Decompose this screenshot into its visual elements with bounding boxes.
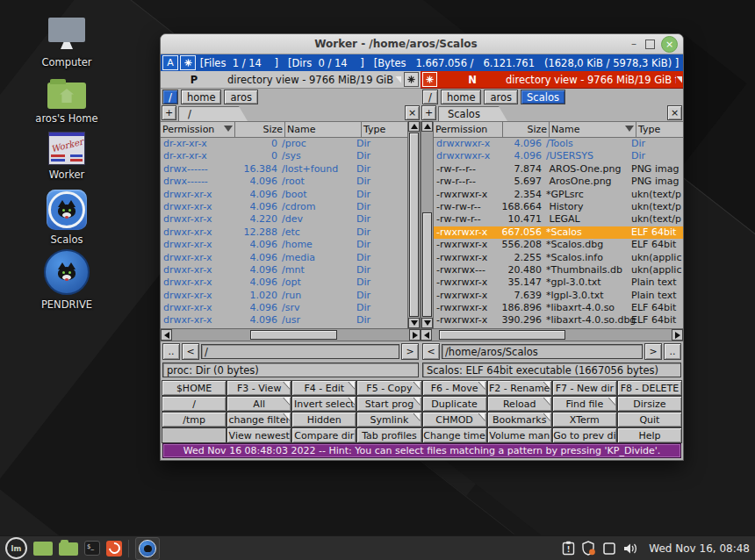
file-row[interactable]: -rw-r--r-- 5.697 ArosOne.png PNG imag — [434, 176, 683, 188]
history-back-button[interactable]: < — [422, 343, 440, 360]
scroll-right-button[interactable] — [672, 329, 683, 341]
add-tab-button[interactable]: + — [162, 105, 176, 120]
function-button[interactable]: Go to prev di — [552, 427, 617, 443]
close-tab-button[interactable]: × — [405, 105, 420, 120]
left-vertical-scrollbar[interactable] — [407, 121, 421, 328]
settings-gear-button[interactable] — [180, 55, 196, 70]
app-launcher-icon[interactable] — [106, 541, 122, 556]
column-type[interactable]: Type — [362, 122, 407, 137]
function-button[interactable]: Hidden — [291, 412, 356, 427]
function-button[interactable]: F5 - Copy — [356, 380, 421, 396]
show-desktop-icon[interactable] — [33, 542, 53, 556]
file-row[interactable]: -rwxrwxr-x 3.556.208 *Scalos.dbg ELF 64b… — [434, 239, 683, 251]
file-row[interactable]: -rwxrwx--- 20.480 *Thumbnails.db ukn(app… — [434, 264, 683, 276]
file-row[interactable]: dr-xr-xr-x 0 /sys Dir — [161, 150, 407, 162]
breadcrumb-button[interactable]: / — [162, 90, 178, 104]
parent-dir-button[interactable]: .. — [162, 343, 180, 360]
pane-a-button[interactable]: A — [162, 55, 178, 70]
column-name[interactable]: Name — [285, 122, 362, 137]
function-button[interactable]: Symlink — [356, 412, 421, 427]
right-pane-header[interactable]: N directory view - 9766 MiB/19 GiB free — [421, 71, 683, 89]
function-button[interactable]: CHMOD — [422, 412, 487, 427]
file-row[interactable]: drwxr-xr-x 4.096 /home Dir — [161, 239, 407, 251]
function-button[interactable]: Volume man — [487, 427, 552, 443]
function-button[interactable] — [162, 427, 226, 443]
desktop-icon-computer[interactable]: Computer — [28, 18, 105, 68]
function-button[interactable]: XTerm — [552, 412, 617, 427]
file-row[interactable]: drwxr-xr-x 4.096 /mnt Dir — [161, 264, 407, 276]
shield-icon[interactable] — [581, 541, 596, 556]
history-back-button[interactable]: < — [182, 343, 199, 360]
breadcrumb-button[interactable]: aros — [224, 90, 258, 104]
close-button[interactable]: × — [661, 36, 678, 53]
function-button[interactable]: Compare dir — [291, 427, 356, 443]
scrollbar-thumb[interactable] — [409, 133, 419, 317]
right-path-input[interactable] — [442, 344, 643, 359]
desktop-icon-pendrive[interactable]: PENDRIVE — [28, 249, 105, 311]
close-tab-button[interactable]: × — [667, 105, 682, 120]
column-size[interactable]: Size — [503, 122, 550, 137]
breadcrumb-button[interactable]: Scalos — [521, 90, 565, 104]
function-button[interactable]: F4 - Edit — [291, 380, 356, 396]
file-row[interactable]: -rw-r--r-- 7.874 AROS-One.png PNG imag — [434, 163, 683, 176]
breadcrumb-button[interactable]: home — [441, 90, 482, 104]
function-button[interactable]: Quit — [617, 412, 682, 427]
scroll-left-button[interactable] — [161, 329, 172, 341]
function-button[interactable]: Start prog — [356, 396, 421, 412]
file-row[interactable]: drwxrwxr-x 4.096 /Tools Dir — [434, 138, 683, 150]
left-horizontal-scrollbar[interactable] — [161, 328, 421, 341]
desktop-icon-scalos[interactable]: Scalos — [28, 190, 105, 246]
function-button[interactable]: Reload — [487, 396, 552, 412]
file-row[interactable]: drwx------ 16.384 /lost+found Dir — [161, 163, 407, 176]
scroll-up-button[interactable] — [408, 121, 420, 132]
file-row[interactable]: drwxr-xr-x 4.096 /cdrom Dir — [161, 201, 407, 213]
file-row[interactable]: -rwxrwxr-x 2.354 *GPLsrc ukn(text/p — [434, 189, 683, 201]
file-row[interactable]: -rw-rw-r-- 10.471 LEGAL ukn(text/p — [434, 213, 683, 226]
breadcrumb-button[interactable]: aros — [484, 90, 518, 104]
scroll-up-button[interactable] — [421, 121, 433, 132]
file-row[interactable]: drwxr-xr-x 1.020 /run Dir — [161, 290, 407, 302]
file-row[interactable]: drwxr-xr-x 12.288 /etc Dir — [161, 226, 407, 239]
function-button[interactable]: / — [162, 396, 226, 412]
scalos-task-button[interactable] — [135, 537, 160, 560]
taskbar-clock[interactable]: Wed Nov 16, 08:48 — [649, 542, 750, 555]
file-row[interactable]: -rwxrwxr-x 1.667.056 *Scalos ELF 64bit — [434, 226, 683, 239]
file-row[interactable]: drwxrwxr-x 4.096 /USERSYS Dir — [434, 150, 683, 162]
file-row[interactable]: drwxr-xr-x 4.096 /opt Dir — [161, 276, 407, 289]
function-button[interactable]: F2 - Rename — [487, 380, 552, 396]
file-row[interactable]: -rwxrwxr-x 390.296 *libaxrt-4.0.so.dbg E… — [434, 314, 683, 327]
file-row[interactable]: drwx------ 4.096 /root Dir — [161, 176, 407, 188]
volume-icon[interactable] — [622, 542, 639, 556]
function-button[interactable]: Invert select — [291, 396, 356, 412]
scroll-down-button[interactable] — [408, 318, 420, 328]
scroll-down-button[interactable] — [421, 318, 433, 328]
function-button[interactable]: Duplicate — [422, 396, 487, 412]
scrollbar-thumb[interactable] — [422, 212, 432, 317]
file-row[interactable]: -rwxrwxr-x 2.255 *Scalos.info ukn(applic — [434, 252, 683, 264]
scroll-right-button[interactable] — [409, 329, 421, 341]
file-row[interactable]: drwxr-xr-x 4.220 /dev Dir — [161, 213, 407, 226]
file-row[interactable]: drwxr-xr-x 4.096 /boot Dir — [161, 189, 407, 201]
mint-menu-icon[interactable]: lm — [5, 537, 27, 559]
window-titlebar[interactable]: Worker - /home/aros/Scalos – × — [161, 34, 683, 54]
function-button[interactable]: F3 - View — [226, 380, 291, 396]
desktop-icon-worker[interactable]: Worker Worker — [28, 132, 105, 181]
window-list-icon[interactable] — [602, 542, 616, 556]
file-row[interactable]: -rwxrwxr-x 186.896 *libaxrt-4.0.so ELF 6… — [434, 302, 683, 314]
right-horizontal-scrollbar[interactable] — [421, 328, 683, 341]
parent-dir-button[interactable]: .. — [664, 343, 681, 360]
file-row[interactable]: drwxr-xr-x 4.096 /usr Dir — [161, 314, 407, 327]
terminal-icon[interactable]: $_ — [84, 541, 100, 556]
scroll-left-button[interactable] — [421, 329, 432, 341]
left-pane-header[interactable]: P directory view - 9766 MiB/19 GiB free — [161, 71, 421, 89]
function-button[interactable]: Help — [617, 427, 682, 443]
function-button[interactable]: change filter — [226, 412, 291, 427]
right-vertical-scrollbar[interactable] — [421, 121, 434, 328]
file-row[interactable]: drwxr-xr-x 4.096 /srv Dir — [161, 302, 407, 314]
function-button[interactable]: F8 - DELETE — [617, 380, 682, 396]
function-button[interactable]: Tab profiles — [356, 427, 421, 443]
maximize-button[interactable] — [642, 37, 658, 51]
minimize-button[interactable]: – — [626, 37, 642, 51]
right-tab[interactable]: Scalos — [438, 106, 507, 121]
file-row[interactable]: drwxr-xr-x 4.096 /media Dir — [161, 252, 407, 264]
